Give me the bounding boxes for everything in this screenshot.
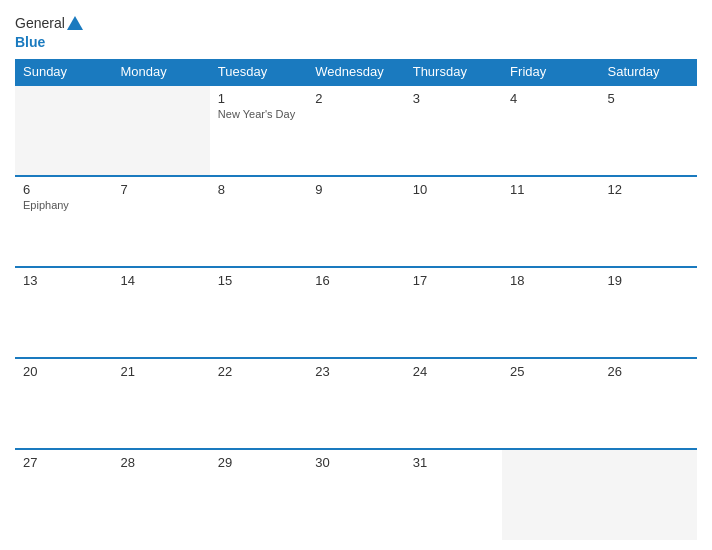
calendar-cell: 18 — [502, 267, 599, 358]
calendar-cell: 14 — [112, 267, 209, 358]
holiday-name: New Year's Day — [218, 108, 299, 120]
weekday-header-thursday: Thursday — [405, 59, 502, 85]
day-number: 6 — [23, 182, 104, 197]
weekday-header-wednesday: Wednesday — [307, 59, 404, 85]
day-number: 3 — [413, 91, 494, 106]
week-row-2: 6Epiphany789101112 — [15, 176, 697, 267]
calendar-cell: 28 — [112, 449, 209, 540]
day-number: 28 — [120, 455, 201, 470]
day-number: 2 — [315, 91, 396, 106]
day-number: 17 — [413, 273, 494, 288]
calendar-cell: 31 — [405, 449, 502, 540]
day-number: 1 — [218, 91, 299, 106]
calendar-cell — [112, 85, 209, 176]
day-number: 23 — [315, 364, 396, 379]
day-number: 16 — [315, 273, 396, 288]
holiday-name: Epiphany — [23, 199, 104, 211]
calendar-cell: 15 — [210, 267, 307, 358]
calendar-cell: 16 — [307, 267, 404, 358]
weekday-header-sunday: Sunday — [15, 59, 112, 85]
day-number: 20 — [23, 364, 104, 379]
day-number: 5 — [608, 91, 689, 106]
day-number: 12 — [608, 182, 689, 197]
calendar-cell: 20 — [15, 358, 112, 449]
calendar-cell: 26 — [600, 358, 697, 449]
calendar-cell: 8 — [210, 176, 307, 267]
day-number: 13 — [23, 273, 104, 288]
calendar-cell — [502, 449, 599, 540]
week-row-4: 20212223242526 — [15, 358, 697, 449]
calendar-cell: 4 — [502, 85, 599, 176]
calendar-cell: 11 — [502, 176, 599, 267]
day-number: 7 — [120, 182, 201, 197]
day-number: 31 — [413, 455, 494, 470]
weekday-header-monday: Monday — [112, 59, 209, 85]
logo-blue: Blue — [15, 34, 45, 51]
calendar-cell: 27 — [15, 449, 112, 540]
calendar-cell: 2 — [307, 85, 404, 176]
header: GeneralBlue — [15, 10, 697, 59]
weekday-header-tuesday: Tuesday — [210, 59, 307, 85]
calendar-cell: 3 — [405, 85, 502, 176]
day-number: 22 — [218, 364, 299, 379]
calendar-table: SundayMondayTuesdayWednesdayThursdayFrid… — [15, 59, 697, 540]
calendar-cell — [600, 449, 697, 540]
calendar-cell: 22 — [210, 358, 307, 449]
day-number: 9 — [315, 182, 396, 197]
logo-triangle-icon — [67, 16, 83, 30]
calendar-cell: 23 — [307, 358, 404, 449]
calendar-cell: 1New Year's Day — [210, 85, 307, 176]
calendar-cell: 21 — [112, 358, 209, 449]
calendar-cell: 17 — [405, 267, 502, 358]
day-number: 4 — [510, 91, 591, 106]
calendar-cell: 9 — [307, 176, 404, 267]
logo: GeneralBlue — [15, 15, 83, 51]
calendar-cell: 24 — [405, 358, 502, 449]
calendar-cell: 10 — [405, 176, 502, 267]
calendar-cell — [15, 85, 112, 176]
calendar-body: 1New Year's Day23456Epiphany789101112131… — [15, 85, 697, 540]
calendar-cell: 5 — [600, 85, 697, 176]
day-number: 18 — [510, 273, 591, 288]
week-row-3: 13141516171819 — [15, 267, 697, 358]
day-number: 25 — [510, 364, 591, 379]
weekday-header-friday: Friday — [502, 59, 599, 85]
day-number: 26 — [608, 364, 689, 379]
calendar-cell: 19 — [600, 267, 697, 358]
calendar-cell: 12 — [600, 176, 697, 267]
week-row-1: 1New Year's Day2345 — [15, 85, 697, 176]
day-number: 10 — [413, 182, 494, 197]
day-number: 15 — [218, 273, 299, 288]
calendar-cell: 13 — [15, 267, 112, 358]
calendar-header: SundayMondayTuesdayWednesdayThursdayFrid… — [15, 59, 697, 85]
calendar-container: GeneralBlue SundayMondayTuesdayWednesday… — [0, 0, 712, 550]
calendar-cell: 6Epiphany — [15, 176, 112, 267]
day-number: 21 — [120, 364, 201, 379]
day-number: 30 — [315, 455, 396, 470]
weekday-header-saturday: Saturday — [600, 59, 697, 85]
day-number: 19 — [608, 273, 689, 288]
calendar-cell: 29 — [210, 449, 307, 540]
day-number: 11 — [510, 182, 591, 197]
weekday-row: SundayMondayTuesdayWednesdayThursdayFrid… — [15, 59, 697, 85]
logo-general: General — [15, 15, 65, 32]
day-number: 24 — [413, 364, 494, 379]
calendar-cell: 25 — [502, 358, 599, 449]
day-number: 8 — [218, 182, 299, 197]
day-number: 14 — [120, 273, 201, 288]
day-number: 29 — [218, 455, 299, 470]
calendar-cell: 7 — [112, 176, 209, 267]
week-row-5: 2728293031 — [15, 449, 697, 540]
day-number: 27 — [23, 455, 104, 470]
calendar-cell: 30 — [307, 449, 404, 540]
